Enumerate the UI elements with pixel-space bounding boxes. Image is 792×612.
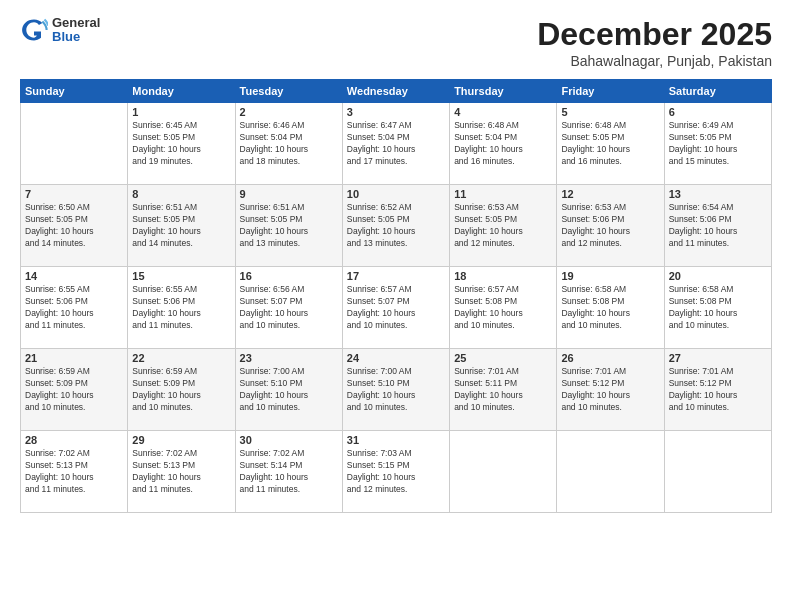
cell-info: Sunrise: 6:58 AM Sunset: 5:08 PM Dayligh… <box>669 284 767 332</box>
calendar-cell: 7Sunrise: 6:50 AM Sunset: 5:05 PM Daylig… <box>21 185 128 267</box>
calendar-cell <box>664 431 771 513</box>
cell-info: Sunrise: 6:53 AM Sunset: 5:06 PM Dayligh… <box>561 202 659 250</box>
calendar-cell: 3Sunrise: 6:47 AM Sunset: 5:04 PM Daylig… <box>342 103 449 185</box>
cell-date: 17 <box>347 270 445 282</box>
calendar-cell: 8Sunrise: 6:51 AM Sunset: 5:05 PM Daylig… <box>128 185 235 267</box>
calendar-cell: 1Sunrise: 6:45 AM Sunset: 5:05 PM Daylig… <box>128 103 235 185</box>
cell-date: 14 <box>25 270 123 282</box>
cell-date: 22 <box>132 352 230 364</box>
cell-date: 16 <box>240 270 338 282</box>
calendar-cell <box>557 431 664 513</box>
cell-date: 29 <box>132 434 230 446</box>
cell-info: Sunrise: 7:01 AM Sunset: 5:12 PM Dayligh… <box>669 366 767 414</box>
cell-date: 27 <box>669 352 767 364</box>
header-monday: Monday <box>128 80 235 103</box>
cell-date: 12 <box>561 188 659 200</box>
calendar-cell <box>450 431 557 513</box>
calendar-cell: 30Sunrise: 7:02 AM Sunset: 5:14 PM Dayli… <box>235 431 342 513</box>
calendar-cell: 31Sunrise: 7:03 AM Sunset: 5:15 PM Dayli… <box>342 431 449 513</box>
cell-date: 13 <box>669 188 767 200</box>
cell-date: 21 <box>25 352 123 364</box>
calendar-cell: 29Sunrise: 7:02 AM Sunset: 5:13 PM Dayli… <box>128 431 235 513</box>
cell-info: Sunrise: 7:03 AM Sunset: 5:15 PM Dayligh… <box>347 448 445 496</box>
header-tuesday: Tuesday <box>235 80 342 103</box>
cell-info: Sunrise: 6:54 AM Sunset: 5:06 PM Dayligh… <box>669 202 767 250</box>
cell-info: Sunrise: 6:45 AM Sunset: 5:05 PM Dayligh… <box>132 120 230 168</box>
logo-general: General <box>52 16 100 30</box>
cell-date: 8 <box>132 188 230 200</box>
cell-info: Sunrise: 6:48 AM Sunset: 5:05 PM Dayligh… <box>561 120 659 168</box>
cell-date: 30 <box>240 434 338 446</box>
cell-info: Sunrise: 6:59 AM Sunset: 5:09 PM Dayligh… <box>132 366 230 414</box>
calendar: Sunday Monday Tuesday Wednesday Thursday… <box>20 79 772 513</box>
cell-info: Sunrise: 7:02 AM Sunset: 5:13 PM Dayligh… <box>132 448 230 496</box>
week-row-5: 28Sunrise: 7:02 AM Sunset: 5:13 PM Dayli… <box>21 431 772 513</box>
calendar-cell: 10Sunrise: 6:52 AM Sunset: 5:05 PM Dayli… <box>342 185 449 267</box>
week-row-3: 14Sunrise: 6:55 AM Sunset: 5:06 PM Dayli… <box>21 267 772 349</box>
calendar-cell: 12Sunrise: 6:53 AM Sunset: 5:06 PM Dayli… <box>557 185 664 267</box>
cell-date: 1 <box>132 106 230 118</box>
cell-info: Sunrise: 6:58 AM Sunset: 5:08 PM Dayligh… <box>561 284 659 332</box>
cell-info: Sunrise: 6:52 AM Sunset: 5:05 PM Dayligh… <box>347 202 445 250</box>
cell-info: Sunrise: 6:50 AM Sunset: 5:05 PM Dayligh… <box>25 202 123 250</box>
calendar-cell: 4Sunrise: 6:48 AM Sunset: 5:04 PM Daylig… <box>450 103 557 185</box>
cell-date: 20 <box>669 270 767 282</box>
header-thursday: Thursday <box>450 80 557 103</box>
cell-date: 4 <box>454 106 552 118</box>
cell-date: 2 <box>240 106 338 118</box>
calendar-cell: 9Sunrise: 6:51 AM Sunset: 5:05 PM Daylig… <box>235 185 342 267</box>
page: General Blue December 2025 Bahawalnagar,… <box>0 0 792 612</box>
cell-info: Sunrise: 6:51 AM Sunset: 5:05 PM Dayligh… <box>240 202 338 250</box>
cell-date: 19 <box>561 270 659 282</box>
cell-date: 10 <box>347 188 445 200</box>
calendar-cell: 22Sunrise: 6:59 AM Sunset: 5:09 PM Dayli… <box>128 349 235 431</box>
cell-date: 5 <box>561 106 659 118</box>
header-friday: Friday <box>557 80 664 103</box>
cell-info: Sunrise: 7:00 AM Sunset: 5:10 PM Dayligh… <box>347 366 445 414</box>
calendar-cell: 28Sunrise: 7:02 AM Sunset: 5:13 PM Dayli… <box>21 431 128 513</box>
cell-info: Sunrise: 6:57 AM Sunset: 5:08 PM Dayligh… <box>454 284 552 332</box>
title-section: December 2025 Bahawalnagar, Punjab, Paki… <box>537 16 772 69</box>
header: General Blue December 2025 Bahawalnagar,… <box>20 16 772 69</box>
logo-text: General Blue <box>52 16 100 45</box>
calendar-cell: 16Sunrise: 6:56 AM Sunset: 5:07 PM Dayli… <box>235 267 342 349</box>
cell-info: Sunrise: 6:53 AM Sunset: 5:05 PM Dayligh… <box>454 202 552 250</box>
calendar-cell: 21Sunrise: 6:59 AM Sunset: 5:09 PM Dayli… <box>21 349 128 431</box>
calendar-cell: 27Sunrise: 7:01 AM Sunset: 5:12 PM Dayli… <box>664 349 771 431</box>
cell-info: Sunrise: 6:49 AM Sunset: 5:05 PM Dayligh… <box>669 120 767 168</box>
cell-info: Sunrise: 6:51 AM Sunset: 5:05 PM Dayligh… <box>132 202 230 250</box>
header-row: Sunday Monday Tuesday Wednesday Thursday… <box>21 80 772 103</box>
calendar-cell <box>21 103 128 185</box>
logo-blue: Blue <box>52 30 100 44</box>
calendar-cell: 20Sunrise: 6:58 AM Sunset: 5:08 PM Dayli… <box>664 267 771 349</box>
calendar-cell: 11Sunrise: 6:53 AM Sunset: 5:05 PM Dayli… <box>450 185 557 267</box>
cell-date: 18 <box>454 270 552 282</box>
calendar-body: 1Sunrise: 6:45 AM Sunset: 5:05 PM Daylig… <box>21 103 772 513</box>
calendar-cell: 5Sunrise: 6:48 AM Sunset: 5:05 PM Daylig… <box>557 103 664 185</box>
cell-info: Sunrise: 6:55 AM Sunset: 5:06 PM Dayligh… <box>132 284 230 332</box>
calendar-cell: 2Sunrise: 6:46 AM Sunset: 5:04 PM Daylig… <box>235 103 342 185</box>
cell-info: Sunrise: 7:02 AM Sunset: 5:14 PM Dayligh… <box>240 448 338 496</box>
cell-date: 7 <box>25 188 123 200</box>
cell-date: 9 <box>240 188 338 200</box>
cell-info: Sunrise: 7:02 AM Sunset: 5:13 PM Dayligh… <box>25 448 123 496</box>
logo-icon <box>20 16 48 44</box>
cell-info: Sunrise: 6:47 AM Sunset: 5:04 PM Dayligh… <box>347 120 445 168</box>
calendar-cell: 18Sunrise: 6:57 AM Sunset: 5:08 PM Dayli… <box>450 267 557 349</box>
location: Bahawalnagar, Punjab, Pakistan <box>537 53 772 69</box>
cell-info: Sunrise: 6:55 AM Sunset: 5:06 PM Dayligh… <box>25 284 123 332</box>
week-row-1: 1Sunrise: 6:45 AM Sunset: 5:05 PM Daylig… <box>21 103 772 185</box>
calendar-cell: 25Sunrise: 7:01 AM Sunset: 5:11 PM Dayli… <box>450 349 557 431</box>
calendar-cell: 15Sunrise: 6:55 AM Sunset: 5:06 PM Dayli… <box>128 267 235 349</box>
calendar-cell: 26Sunrise: 7:01 AM Sunset: 5:12 PM Dayli… <box>557 349 664 431</box>
calendar-cell: 6Sunrise: 6:49 AM Sunset: 5:05 PM Daylig… <box>664 103 771 185</box>
cell-date: 28 <box>25 434 123 446</box>
week-row-4: 21Sunrise: 6:59 AM Sunset: 5:09 PM Dayli… <box>21 349 772 431</box>
calendar-cell: 24Sunrise: 7:00 AM Sunset: 5:10 PM Dayli… <box>342 349 449 431</box>
header-sunday: Sunday <box>21 80 128 103</box>
calendar-cell: 14Sunrise: 6:55 AM Sunset: 5:06 PM Dayli… <box>21 267 128 349</box>
cell-info: Sunrise: 6:46 AM Sunset: 5:04 PM Dayligh… <box>240 120 338 168</box>
cell-date: 31 <box>347 434 445 446</box>
month-title: December 2025 <box>537 16 772 53</box>
cell-date: 3 <box>347 106 445 118</box>
